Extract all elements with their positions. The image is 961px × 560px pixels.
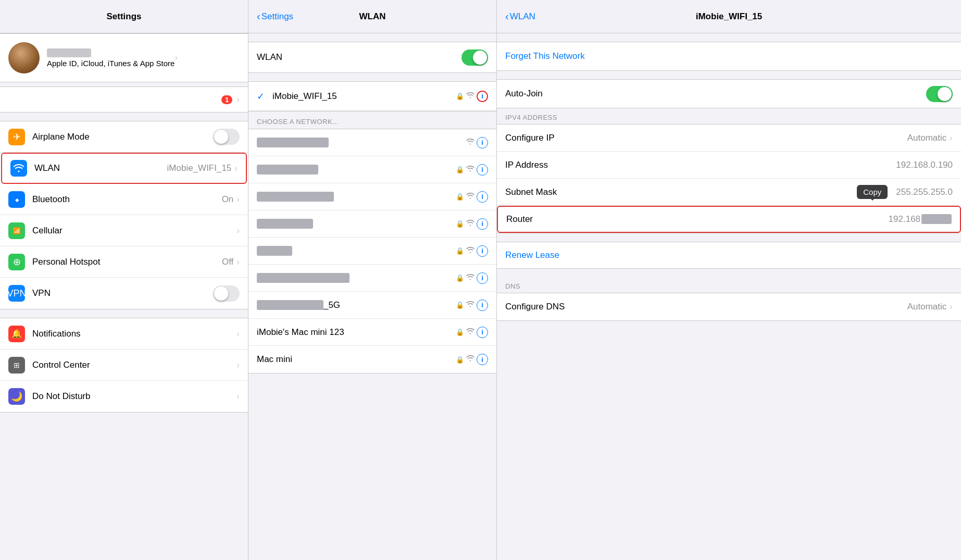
list-item[interactable]: Mac mini 🔒 i <box>248 346 496 373</box>
renew-lease-row[interactable]: Renew Lease <box>497 242 961 269</box>
network-2-info[interactable]: i <box>477 164 488 176</box>
list-item[interactable]: txt 🔒 i <box>248 156 496 183</box>
dns-header: DNS <box>497 277 961 293</box>
configure-ip-chevron: › <box>950 133 953 143</box>
list-item[interactable]: txt 🔒 i <box>248 210 496 238</box>
network-1-info[interactable]: i <box>477 137 488 148</box>
forget-network-row[interactable]: Forget This Network <box>497 42 961 71</box>
dns-section: DNS Configure DNS Automatic › <box>497 277 961 321</box>
hotspot-value: Off <box>222 257 233 267</box>
network-name-8: iMobie's Mac mini 123 <box>257 327 456 338</box>
ip-address-row: IP Address 192.168.0.190 <box>497 152 961 179</box>
sidebar-item-bluetooth[interactable]: ⬥ Bluetooth On › <box>0 184 248 215</box>
wlan-label: WLAN <box>34 163 167 173</box>
ip-address-value: 192.168.0.190 <box>896 160 953 170</box>
list-item[interactable]: txt 🔒 i <box>248 265 496 292</box>
connected-network-row[interactable]: ✓ iMobie_WIFI_15 🔒 i <box>248 82 496 111</box>
ipv4-section: Configure IP Automatic › IP Address 192.… <box>497 124 961 233</box>
network-6-lock: 🔒 <box>456 274 464 282</box>
profile-info: blur Apple ID, iCloud, iTunes & App Stor… <box>47 48 174 68</box>
wlan-main-toggle[interactable] <box>461 49 488 66</box>
router-label: Router <box>506 214 889 225</box>
vpn-toggle[interactable] <box>213 285 240 302</box>
wlan-icon <box>10 160 27 177</box>
network-4-info[interactable]: i <box>477 218 488 230</box>
network-name-9: Mac mini <box>257 354 456 365</box>
network-7-icons: 🔒 i <box>456 300 488 311</box>
connected-network-name: iMobie_WIFI_15 <box>272 91 456 102</box>
list-item[interactable]: txt i <box>248 129 496 156</box>
connected-info-button[interactable]: i <box>477 91 488 102</box>
router-row: Router 192.168txt <box>497 206 961 233</box>
network-2-wifi <box>466 165 475 175</box>
airplane-toggle[interactable] <box>213 129 240 145</box>
list-item[interactable]: txt 🔒 i <box>248 183 496 210</box>
network-9-info[interactable]: i <box>477 354 488 365</box>
list-item[interactable]: iMobie's Mac mini 123 🔒 i <box>248 319 496 346</box>
sidebar-item-control-center[interactable]: ⊞ Control Center › <box>0 350 248 381</box>
sidebar-item-wlan[interactable]: WLAN iMobie_WIFI_15 › <box>1 153 247 184</box>
network-name-1: txt <box>257 138 466 148</box>
network-6-info[interactable]: i <box>477 272 488 284</box>
control-center-label: Control Center <box>32 360 236 370</box>
sidebar-item-dnd[interactable]: 🌙 Do Not Disturb › <box>0 381 248 412</box>
wlan-back-label: Settings <box>261 11 293 22</box>
network-8-lock: 🔒 <box>456 328 464 336</box>
network-7-info[interactable]: i <box>477 300 488 311</box>
notifications-icon: 🔔 <box>8 326 25 342</box>
network-5-info[interactable]: i <box>477 245 488 257</box>
profile-row[interactable]: blur Apple ID, iCloud, iTunes & App Stor… <box>0 33 248 82</box>
network-3-icons: 🔒 i <box>456 191 488 203</box>
subnet-mask-value-area: Copy 255.255.255.0 <box>857 185 953 199</box>
configure-ip-label: Configure IP <box>505 133 907 143</box>
configure-dns-value: Automatic <box>907 302 947 312</box>
sidebar-item-cellular[interactable]: 📶 Cellular › <box>0 215 248 246</box>
notifications-label: Notifications <box>32 329 236 339</box>
network-3-info[interactable]: i <box>477 191 488 203</box>
wlan-chevron: › <box>234 163 238 173</box>
configure-ip-row[interactable]: Configure IP Automatic › <box>497 125 961 152</box>
network-3-lock: 🔒 <box>456 193 464 201</box>
sidebar-item-hotspot[interactable]: ⊕ Personal Hotspot Off › <box>0 246 248 278</box>
wlan-back-button[interactable]: ‹ Settings <box>257 10 293 22</box>
network-9-wifi <box>466 355 475 364</box>
control-center-chevron: › <box>236 360 240 370</box>
sidebar-item-airplane[interactable]: ✈ Airplane Mode <box>0 121 248 153</box>
network-name-7: txt_5G <box>257 300 456 310</box>
list-item[interactable]: txt_5G 🔒 i <box>248 292 496 319</box>
copy-tooltip: Copy <box>857 185 888 199</box>
detail-back-button[interactable]: ‹ WLAN <box>505 10 535 22</box>
network-9-lock: 🔒 <box>456 356 464 364</box>
notification-badge-row[interactable]: 1 › <box>0 86 248 113</box>
wlan-value: iMobie_WIFI_15 <box>167 163 232 173</box>
detail-back-label: WLAN <box>510 11 535 22</box>
network-9-icons: 🔒 i <box>456 354 488 365</box>
airplane-toggle-knob <box>214 130 228 144</box>
network-8-info[interactable]: i <box>477 327 488 338</box>
auto-join-row: Auto-Join <box>497 79 961 108</box>
configure-ip-value: Automatic <box>907 133 947 143</box>
bluetooth-chevron: › <box>236 194 240 205</box>
network-6-wifi <box>466 273 475 283</box>
configure-dns-row[interactable]: Configure DNS Automatic › <box>497 293 961 320</box>
bluetooth-label: Bluetooth <box>32 194 222 205</box>
bluetooth-value: On <box>222 194 234 205</box>
network-4-wifi <box>466 219 475 229</box>
subnet-mask-value: 255.255.255.0 <box>896 187 953 197</box>
profile-chevron: › <box>174 53 178 63</box>
network-name-4: txt <box>257 219 456 229</box>
cellular-label: Cellular <box>32 226 236 236</box>
router-value-blurred: txt <box>921 214 952 224</box>
auto-join-toggle[interactable] <box>926 86 953 102</box>
sidebar-item-notifications[interactable]: 🔔 Notifications › <box>0 318 248 350</box>
vpn-toggle-knob <box>214 287 228 301</box>
wlan-toggle-label: WLAN <box>257 52 461 63</box>
renew-lease-label: Renew Lease <box>505 250 559 260</box>
list-item[interactable]: txt 🔒 i <box>248 238 496 265</box>
subnet-mask-label: Subnet Mask <box>505 187 857 197</box>
network-4-icons: 🔒 i <box>456 218 488 230</box>
network-2-icons: 🔒 i <box>456 164 488 176</box>
cellular-chevron: › <box>236 226 240 236</box>
sidebar-item-vpn[interactable]: VPN VPN <box>0 278 248 309</box>
network-8-wifi <box>466 328 475 337</box>
